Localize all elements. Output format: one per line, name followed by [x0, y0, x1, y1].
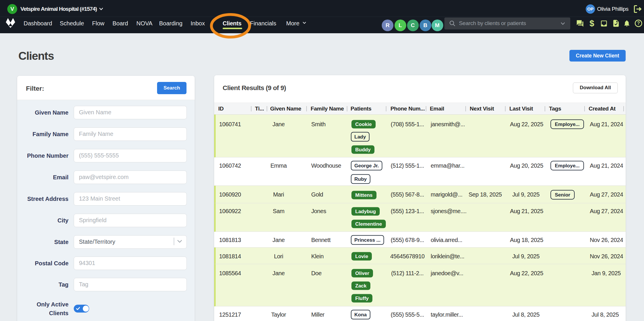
svg-text:?: ? — [637, 21, 640, 26]
